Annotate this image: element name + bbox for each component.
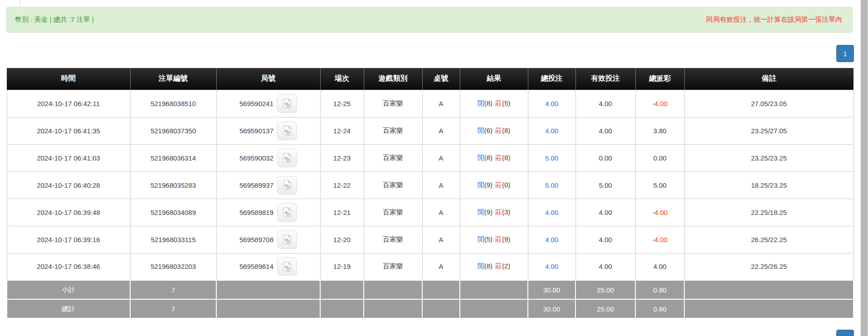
round-no-text: 569589708 <box>239 236 273 243</box>
table-row: 2024-10-17 06:38:46 521968032203 5695896… <box>7 253 853 280</box>
column-header-game-type: 遊戲類別 <box>364 68 422 90</box>
video-replay-button[interactable] <box>277 122 297 140</box>
video-replay-button[interactable] <box>277 230 297 249</box>
round-no-text: 569589937 <box>239 181 273 189</box>
column-header-session: 場次 <box>320 68 364 90</box>
banker-result-value: (9) <box>502 235 510 243</box>
same-round-notice-text: 同局有效投注，統一計算在該局第一張注單內 <box>706 15 842 24</box>
banker-result-value: (5) <box>502 99 510 107</box>
player-result-label: 閒 <box>478 99 484 107</box>
session-cell: 12-21 <box>320 199 364 226</box>
round-no-cell: 569589819 <box>216 199 320 226</box>
round-no-cell: 569590032 <box>216 144 320 171</box>
round-no-text: 569589614 <box>239 263 273 270</box>
pagination-page-1-bottom[interactable]: 1 <box>836 330 854 336</box>
video-replay-button[interactable] <box>277 176 297 195</box>
remark-cell: 22.25/26.25 <box>684 253 853 280</box>
banker-result-value: (2) <box>502 262 510 270</box>
valid-bet-cell: 0.00 <box>575 144 635 171</box>
round-no-cell: 569589708 <box>216 226 320 253</box>
table-no-cell: A <box>422 253 460 280</box>
subtotal-payout: 0.80 <box>635 280 684 299</box>
valid-bet-cell: 4.00 <box>575 117 635 144</box>
total-bet-link[interactable]: 4.00 <box>545 263 558 270</box>
column-header-payout: 總派彩 <box>635 68 684 90</box>
session-cell: 12-22 <box>320 171 364 199</box>
table-no-cell: A <box>422 171 460 199</box>
banker-result-value: (8) <box>502 154 510 161</box>
remark-cell: 18.25/23.25 <box>684 171 853 199</box>
banker-result-label: 莊 <box>495 154 502 161</box>
total-bet-cell: 4.00 <box>528 226 575 253</box>
pagination-page-1-top[interactable]: 1 <box>836 45 854 62</box>
video-file-icon <box>281 125 293 136</box>
result-cell: 閒(8)莊(8) <box>460 144 528 171</box>
vertical-scrollbar[interactable] <box>860 0 868 336</box>
session-cell: 12-19 <box>320 253 364 280</box>
bet-id-cell: 521968038510 <box>130 90 216 117</box>
total-bet-link[interactable]: 4.00 <box>545 236 558 243</box>
column-header-bet-id: 注單編號 <box>130 68 216 90</box>
video-replay-button[interactable] <box>277 94 297 113</box>
total-bet-link[interactable]: 4.00 <box>545 127 558 135</box>
total-bet-cell: 4.00 <box>528 90 575 117</box>
remark-cell: 22.25/18.25 <box>684 199 853 226</box>
payout-cell: -4.00 <box>635 90 684 117</box>
payout-cell: -4.00 <box>635 226 684 253</box>
video-replay-button[interactable] <box>277 203 297 222</box>
banker-result-value: (0) <box>502 181 510 189</box>
total-bet-cell: 4.00 <box>528 253 575 280</box>
total-bet-cell: 4.00 <box>528 199 575 226</box>
banker-result-value: (3) <box>502 208 510 216</box>
table-row: 2024-10-17 06:41:35 521968037350 5695901… <box>7 117 853 144</box>
player-result-value: (8) <box>484 154 493 161</box>
remark-cell: 26.25/22.25 <box>684 226 853 253</box>
total-bet-link[interactable]: 4.00 <box>545 209 558 216</box>
player-result-label: 閒 <box>478 235 484 243</box>
time-cell: 2024-10-17 06:38:46 <box>7 253 130 280</box>
video-replay-button[interactable] <box>277 257 297 276</box>
valid-bet-cell: 4.00 <box>575 199 635 226</box>
game-type-cell: 百家樂 <box>364 253 422 280</box>
game-type-cell: 百家樂 <box>364 144 422 171</box>
total-payout: 0.80 <box>635 299 684 318</box>
result-cell: 閒(5)莊(9) <box>460 226 528 253</box>
currency-summary-text: 幣別 : 美金 | 總共 :7 注單 | <box>15 15 94 24</box>
subtotal-total-bet: 30.00 <box>528 280 575 299</box>
time-cell: 2024-10-17 06:40:28 <box>7 171 130 199</box>
column-header-table-no: 桌號 <box>422 68 460 90</box>
video-replay-button[interactable] <box>277 149 297 167</box>
game-type-cell: 百家樂 <box>364 226 422 253</box>
round-no-text: 569590241 <box>239 100 273 107</box>
table-row: 2024-10-17 06:39:16 521968033115 5695897… <box>7 226 853 253</box>
total-bet-cell: 5.00 <box>528 144 575 171</box>
table-no-cell: A <box>422 144 460 171</box>
scrollbar-thumb[interactable] <box>861 0 868 336</box>
total-valid-bet: 25.00 <box>575 299 635 318</box>
subtotal-row: 小計 7 30.00 25.00 0.80 <box>7 280 853 299</box>
remark-cell: 23.25/23.25 <box>684 144 853 171</box>
subtotal-count: 7 <box>130 280 216 299</box>
banker-result-label: 莊 <box>495 235 502 243</box>
notice-bar: 幣別 : 美金 | 總共 :7 注單 | 同局有效投注，統一計算在該局第一張注單… <box>6 7 853 33</box>
player-result-label: 閒 <box>478 154 484 161</box>
time-cell: 2024-10-17 06:39:16 <box>7 226 130 253</box>
total-bet-link[interactable]: 5.00 <box>545 181 558 189</box>
game-type-cell: 百家樂 <box>364 90 422 117</box>
player-result-value: (9) <box>484 181 493 189</box>
payout-cell: 0.00 <box>635 144 684 171</box>
round-no-text: 569590032 <box>239 154 273 162</box>
table-header-row: 時間 注單編號 局號 場次 遊戲類別 桌號 結果 總投注 有效投注 總派彩 備註 <box>7 68 853 90</box>
round-no-cell: 569589937 <box>216 171 320 199</box>
round-no-cell: 569590241 <box>216 90 320 117</box>
player-result-value: (8) <box>484 99 493 107</box>
bet-id-cell: 521968033115 <box>130 226 216 253</box>
panel-edge-divider <box>20 0 20 5</box>
bet-history-table: 時間 注單編號 局號 場次 遊戲類別 桌號 結果 總投注 有效投注 總派彩 備註… <box>6 68 854 319</box>
valid-bet-cell: 4.00 <box>575 253 635 280</box>
total-bet-link[interactable]: 5.00 <box>545 154 558 162</box>
video-file-icon <box>281 97 293 109</box>
total-bet-link[interactable]: 4.00 <box>545 100 558 107</box>
bet-id-cell: 521968036314 <box>130 144 216 171</box>
result-cell: 閒(8)莊(2) <box>460 253 528 280</box>
